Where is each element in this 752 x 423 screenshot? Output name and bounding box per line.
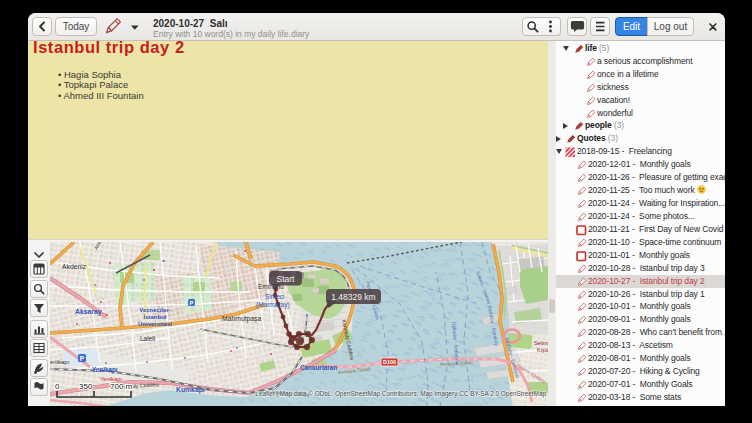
svg-text:1.48329 km: 1.48329 km	[331, 292, 375, 302]
svg-text:D100: D100	[383, 359, 396, 365]
svg-text:Selimiye: Selimiye	[534, 340, 548, 346]
svg-text:0: 0	[55, 382, 60, 391]
svg-text:Üniversitesi: Üniversitesi	[138, 321, 172, 327]
svg-text:P: P	[190, 300, 194, 306]
svg-text:700 m: 700 m	[110, 382, 133, 391]
svg-text:İstanbul: İstanbul	[143, 314, 166, 320]
svg-text:(Marmaray): (Marmaray)	[256, 301, 290, 309]
svg-text:Mahmutpaşa: Mahmutpaşa	[222, 315, 262, 323]
svg-text:Yenikapı: Yenikapı	[92, 366, 118, 374]
svg-text:Aksaray: Aksaray	[75, 308, 102, 316]
svg-text:350: 350	[79, 382, 93, 391]
svg-text:Leaflet | Map data © ODbL, Ope: Leaflet | Map data © ODbL, OpenStreetMap…	[255, 390, 546, 398]
svg-text:Akdeniz: Akdeniz	[62, 263, 87, 270]
svg-text:Start: Start	[277, 274, 296, 284]
svg-text:Veznecıler-: Veznecıler-	[139, 307, 170, 313]
svg-text:Laleli: Laleli	[140, 335, 155, 342]
svg-text:Kumkapı: Kumkapı	[176, 386, 205, 394]
svg-text:P: P	[80, 355, 85, 362]
svg-text:Sirkeci: Sirkeci	[265, 293, 285, 300]
svg-text:Kışlası: Kışlası	[537, 347, 548, 353]
svg-text:enikapı: enikapı	[50, 359, 70, 365]
svg-text:Cankurtaran: Cankurtaran	[300, 364, 337, 371]
